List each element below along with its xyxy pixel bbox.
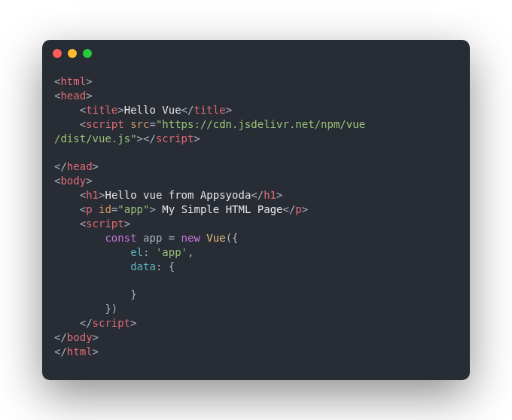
title-text: Hello Vue (124, 104, 181, 116)
maximize-icon[interactable] (83, 49, 92, 58)
attr-id: id (99, 203, 111, 215)
var-app: app = (137, 232, 181, 244)
attr-src: src (130, 118, 149, 130)
tag-p-open: p (86, 203, 92, 215)
minimize-icon[interactable] (68, 49, 77, 58)
code-window: <html> <head> <title>Hello Vue</title> <… (42, 40, 470, 380)
el-val: 'app' (156, 246, 187, 258)
colon-brace: : { (156, 260, 175, 272)
close-paren: }) (105, 303, 117, 315)
close-icon[interactable] (53, 49, 62, 58)
tag-h1-open: h1 (86, 189, 99, 201)
colon: : (143, 246, 156, 258)
class-vue: Vue (206, 232, 225, 244)
tag-script-inline-open: script (86, 218, 124, 230)
h1-text: Hello vue from Appsyoda (105, 189, 251, 201)
comma: , (187, 246, 194, 258)
p-text: My Simple HTML Page (156, 203, 283, 215)
tag-script-inline-close: script (93, 317, 131, 329)
tag-script-cdn-close: script (156, 132, 194, 145)
tag-body-open: body (60, 175, 86, 187)
tag-title-close: title (194, 104, 225, 116)
tag-html-close: html (67, 345, 93, 358)
kw-new: new (181, 232, 200, 244)
tag-h1-close: h1 (264, 189, 276, 201)
prop-data: data (130, 260, 156, 272)
tag-head-open: head (60, 90, 86, 102)
tag-script-cdn: script (86, 118, 124, 130)
tag-body-close: body (67, 331, 93, 343)
src-url-a: "https://cdn.jsdelivr.net/npm/vue (156, 118, 365, 130)
tag-html-open: html (60, 75, 86, 87)
tag-head-close: head (67, 160, 93, 172)
id-val: "app" (117, 203, 149, 215)
tag-title-open: title (86, 104, 117, 116)
close-brace: } (130, 288, 136, 300)
window-titlebar (42, 40, 470, 67)
paren-open: ({ (226, 232, 239, 244)
src-url-b: /dist/vue.js" (54, 132, 137, 145)
code-block: <html> <head> <title>Hello Vue</title> <… (42, 67, 470, 380)
tag-p-close: p (295, 203, 301, 215)
prop-el: el (130, 246, 143, 258)
kw-const: const (105, 232, 136, 244)
